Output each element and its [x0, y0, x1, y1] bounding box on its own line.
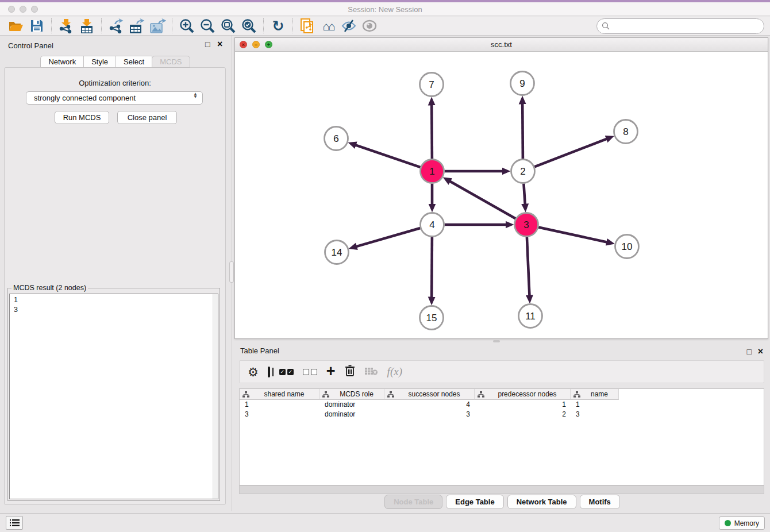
criterion-select[interactable]: strongly connected component ▲▼: [26, 91, 203, 105]
graph-edge-4-15[interactable]: [432, 237, 432, 298]
graph-node-label: 3: [523, 219, 529, 230]
graph-node-label: 10: [622, 241, 633, 252]
table-row[interactable]: 3dominator323: [240, 410, 764, 419]
table-row[interactable]: 1dominator411: [240, 400, 764, 410]
network-canvas[interactable]: 7968124314101511: [235, 52, 768, 338]
zoom-in-button[interactable]: [176, 17, 197, 34]
network-view-window: × − + scc.txt 7968124314101511: [234, 37, 768, 339]
column-header-label: successor nodes: [394, 390, 474, 398]
column-type-icon: [242, 391, 249, 398]
float-table-panel-icon[interactable]: □: [747, 348, 752, 356]
search-input[interactable]: [613, 21, 764, 32]
table-cell[interactable]: dominator: [319, 400, 384, 410]
zoom-fit-button[interactable]: [218, 17, 238, 34]
graph-node-7[interactable]: 7: [420, 73, 444, 97]
mcds-result-group: MCDS result (2 nodes) 13: [7, 284, 220, 501]
tab-motifs[interactable]: Motifs: [580, 495, 620, 509]
memory-button[interactable]: Memory: [719, 516, 765, 530]
graph-edge-4-14[interactable]: [356, 228, 420, 246]
table-cell[interactable]: 4: [384, 400, 475, 410]
home-button[interactable]: ⌂⌂: [318, 17, 338, 34]
network-window-titlebar[interactable]: × − + scc.txt: [235, 38, 768, 52]
graph-node-9[interactable]: 9: [511, 72, 534, 95]
table-panel-tabs: Node TableEdge TableNetwork TableMotifs: [234, 495, 770, 509]
graph-node-6[interactable]: 6: [325, 127, 348, 151]
graph-node-15[interactable]: 15: [420, 306, 444, 330]
tab-network[interactable]: Network: [40, 56, 84, 68]
graph-node-3[interactable]: 3: [515, 213, 538, 237]
zoom-selected-button[interactable]: [238, 17, 259, 34]
table-cell[interactable]: 3: [240, 410, 319, 419]
show-graphics-details-button[interactable]: [359, 17, 380, 34]
close-table-panel-icon[interactable]: ×: [758, 347, 763, 356]
select-all-button[interactable]: ✓ ✓: [279, 369, 294, 375]
delete-row-button[interactable]: [345, 365, 355, 379]
graph-node-1[interactable]: 1: [421, 160, 444, 183]
graph-node-14[interactable]: 14: [325, 241, 349, 264]
show-columns-button[interactable]: [268, 368, 270, 376]
table-cell[interactable]: 1: [475, 400, 571, 410]
table-cell[interactable]: 3: [384, 410, 475, 419]
float-panel-icon[interactable]: □: [205, 40, 210, 48]
mcds-result-box[interactable]: 13: [9, 294, 218, 499]
graph-edge-3-10[interactable]: [538, 228, 607, 242]
column-header-successor-nodes[interactable]: successor nodes: [384, 389, 475, 400]
result-line: 3: [14, 305, 214, 315]
result-scrollbar[interactable]: [213, 294, 218, 499]
zoom-out-button[interactable]: [197, 17, 218, 34]
search-box[interactable]: [596, 18, 764, 34]
graph-edge-3-11[interactable]: [527, 237, 530, 296]
table-cell[interactable]: 2: [475, 410, 571, 419]
export-table-button[interactable]: [126, 17, 147, 34]
task-history-button[interactable]: [6, 516, 23, 530]
table-cell[interactable]: 1: [240, 400, 319, 410]
graph-edge-3-1[interactable]: [449, 181, 515, 218]
tab-style[interactable]: Style: [83, 56, 116, 68]
delete-table-button[interactable]: [364, 367, 378, 377]
graph-edge-2-8[interactable]: [534, 138, 607, 167]
function-builder-button[interactable]: f(x): [387, 365, 402, 378]
graph-node-11[interactable]: 11: [519, 304, 542, 328]
deselect-all-button[interactable]: [303, 369, 317, 375]
table-cell[interactable]: 3: [571, 410, 619, 419]
graph-node-2[interactable]: 2: [511, 160, 535, 183]
graph-edge-2-3[interactable]: [523, 184, 525, 205]
graph-edge-2-9[interactable]: [522, 103, 523, 159]
open-session-button[interactable]: [6, 17, 26, 34]
export-image-button[interactable]: [147, 17, 168, 34]
graph-node-10[interactable]: 10: [615, 235, 639, 259]
import-table-button[interactable]: [76, 17, 97, 34]
graph-node-8[interactable]: 8: [614, 120, 638, 144]
close-panel-button[interactable]: Close panel: [117, 111, 177, 124]
tab-node-table[interactable]: Node Table: [384, 495, 442, 509]
tab-network-table[interactable]: Network Table: [507, 495, 576, 509]
import-table-icon: [79, 18, 94, 34]
panel-splitter-handle[interactable]: [229, 261, 234, 283]
graph-edge-1-7[interactable]: [432, 105, 432, 159]
tab-select[interactable]: Select: [116, 56, 152, 68]
graph-edge-1-6[interactable]: [355, 145, 421, 167]
export-network-button[interactable]: [106, 17, 126, 34]
table-cell[interactable]: dominator: [319, 410, 384, 419]
column-header-name[interactable]: name: [571, 389, 619, 400]
tab-mcds[interactable]: MCDS: [152, 56, 190, 68]
tab-edge-table[interactable]: Edge Table: [446, 495, 503, 509]
hide-graphics-details-button[interactable]: [338, 17, 359, 34]
table-hscrollbar[interactable]: [239, 485, 764, 494]
table-cell[interactable]: 1: [571, 400, 619, 410]
add-row-button[interactable]: +: [326, 365, 336, 378]
column-header-predecessor-nodes[interactable]: predecessor nodes: [475, 389, 571, 400]
table-panel-title: Table Panel: [240, 346, 279, 355]
close-panel-icon[interactable]: ×: [217, 40, 222, 49]
graph-node-4[interactable]: 4: [421, 213, 444, 237]
run-mcds-button[interactable]: Run MCDS: [55, 111, 109, 124]
column-header-MCDS-role[interactable]: MCDS role: [319, 389, 384, 400]
import-network-button[interactable]: [56, 17, 76, 34]
column-header-shared-name[interactable]: shared name: [240, 389, 319, 400]
refresh-button[interactable]: ↻: [268, 17, 288, 34]
horizontal-splitter[interactable]: [234, 339, 768, 343]
table-settings-button[interactable]: ⚙: [248, 366, 259, 378]
horizontal-splitter-handle[interactable]: [493, 340, 500, 342]
new-network-from-selection-button[interactable]: [297, 17, 318, 34]
save-session-button[interactable]: [26, 17, 47, 34]
